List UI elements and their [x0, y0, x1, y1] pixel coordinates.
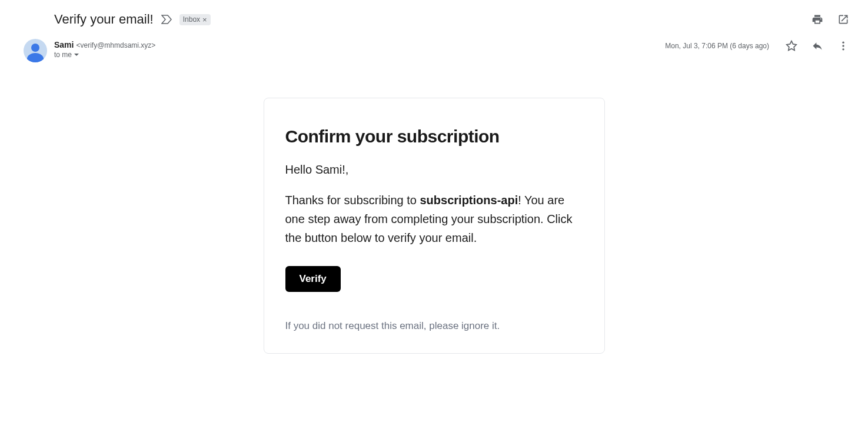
- svg-point-1: [842, 45, 844, 46]
- sender-row: Sami <verify@mhmdsami.xyz> to me Mon, Ju…: [12, 39, 856, 62]
- sender-avatar[interactable]: [24, 39, 47, 62]
- message-actions: Mon, Jul 3, 7:06 PM (6 days ago): [665, 39, 849, 52]
- body-bold: subscriptions-api: [420, 194, 518, 207]
- greeting-text: Hello Sami!,: [285, 163, 583, 177]
- open-new-window-icon[interactable]: [837, 14, 849, 25]
- email-header: Verify your email! Inbox ×: [12, 12, 856, 27]
- recipient-text: to me: [54, 51, 72, 59]
- svg-point-2: [842, 48, 844, 50]
- header-actions: [812, 14, 849, 25]
- sender-email: <verify@mhmdsami.xyz>: [76, 41, 155, 49]
- card-title: Confirm your subscription: [285, 127, 583, 147]
- label-text: Inbox: [183, 15, 200, 24]
- important-marker-icon[interactable]: [161, 14, 172, 25]
- star-icon[interactable]: [786, 40, 797, 52]
- svg-point-0: [842, 42, 844, 44]
- inbox-label-chip[interactable]: Inbox ×: [179, 14, 211, 25]
- timestamp: Mon, Jul 3, 7:06 PM (6 days ago): [665, 42, 769, 50]
- more-options-icon[interactable]: [837, 40, 849, 52]
- body-prefix: Thanks for subscribing to: [285, 194, 420, 207]
- sender-info: Sami <verify@mhmdsami.xyz> to me: [54, 39, 665, 59]
- email-subject: Verify your email!: [54, 12, 154, 27]
- recipient-dropdown[interactable]: to me: [54, 51, 665, 59]
- sender-line: Sami <verify@mhmdsami.xyz>: [54, 40, 665, 49]
- body-text: Thanks for subscribing to subscriptions-…: [285, 191, 583, 247]
- email-body-wrap: Confirm your subscription Hello Sami!, T…: [12, 98, 856, 354]
- sender-name: Sami: [54, 40, 74, 49]
- header-left: Verify your email! Inbox ×: [54, 12, 211, 27]
- email-content-card: Confirm your subscription Hello Sami!, T…: [264, 98, 605, 354]
- reply-icon[interactable]: [812, 40, 823, 52]
- disclaimer-text: If you did not request this email, pleas…: [285, 320, 583, 332]
- chevron-down-icon: [74, 54, 79, 56]
- print-icon[interactable]: [812, 14, 823, 25]
- label-remove-icon[interactable]: ×: [202, 15, 207, 24]
- verify-button[interactable]: Verify: [285, 266, 341, 292]
